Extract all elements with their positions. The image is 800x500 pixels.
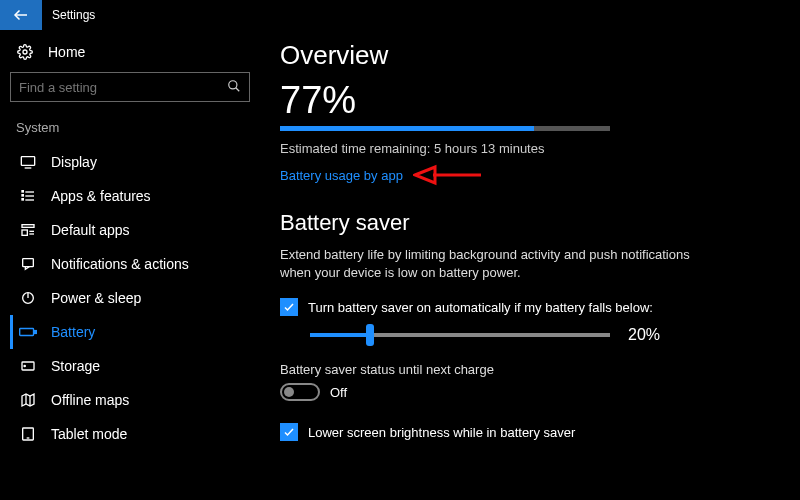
check-icon <box>283 426 295 438</box>
auto-saver-checkbox[interactable] <box>280 298 298 316</box>
map-icon <box>19 392 37 408</box>
search-icon <box>227 79 241 96</box>
slider-fill <box>310 333 370 337</box>
default-apps-icon <box>19 222 37 238</box>
sidebar-home[interactable]: Home <box>10 38 250 72</box>
svg-rect-4 <box>21 157 34 166</box>
svg-rect-12 <box>22 225 34 228</box>
battery-threshold-slider[interactable] <box>310 333 610 337</box>
saver-status-toggle[interactable] <box>280 383 320 401</box>
lower-brightness-checkbox[interactable] <box>280 423 298 441</box>
tablet-icon <box>19 426 37 442</box>
title-bar: Settings <box>0 0 800 30</box>
svg-rect-11 <box>22 199 23 200</box>
battery-bar <box>280 126 610 131</box>
sidebar-item-power-sleep[interactable]: Power & sleep <box>10 281 250 315</box>
battery-usage-link[interactable]: Battery usage by app <box>280 168 403 183</box>
overview-heading: Overview <box>280 40 770 71</box>
svg-rect-9 <box>22 191 23 192</box>
sidebar-item-default-apps[interactable]: Default apps <box>10 213 250 247</box>
svg-point-22 <box>24 365 25 366</box>
sidebar-item-label: Default apps <box>51 222 130 238</box>
sidebar-item-label: Tablet mode <box>51 426 127 442</box>
battery-bar-fill <box>280 126 534 131</box>
battery-saver-heading: Battery saver <box>280 210 770 236</box>
battery-saver-description: Extend battery life by limiting backgrou… <box>280 246 700 282</box>
battery-icon <box>19 324 37 340</box>
saver-status-label: Battery saver status until next charge <box>280 362 770 377</box>
svg-marker-29 <box>415 167 435 183</box>
lower-brightness-label: Lower screen brightness while in battery… <box>308 425 575 440</box>
sidebar-item-label: Battery <box>51 324 95 340</box>
content-pane: Overview 77% Estimated time remaining: 5… <box>260 30 800 500</box>
sidebar-item-display[interactable]: Display <box>10 145 250 179</box>
back-button[interactable] <box>0 0 42 30</box>
svg-marker-23 <box>22 394 34 406</box>
sidebar-home-label: Home <box>48 44 85 60</box>
sidebar-item-offline-maps[interactable]: Offline maps <box>10 383 250 417</box>
sidebar-item-label: Display <box>51 154 97 170</box>
arrow-left-icon <box>12 6 30 24</box>
notification-icon <box>19 256 37 272</box>
gear-icon <box>16 44 34 60</box>
sidebar-item-label: Storage <box>51 358 100 374</box>
app-title: Settings <box>42 8 95 22</box>
sidebar-item-battery[interactable]: Battery <box>10 315 250 349</box>
sidebar-item-label: Offline maps <box>51 392 129 408</box>
sidebar-item-label: Apps & features <box>51 188 151 204</box>
svg-point-2 <box>229 80 237 88</box>
toggle-state-text: Off <box>330 385 347 400</box>
battery-eta: Estimated time remaining: 5 hours 13 min… <box>280 141 770 156</box>
check-icon <box>283 301 295 313</box>
list-icon <box>19 188 37 204</box>
svg-rect-16 <box>23 259 34 267</box>
svg-rect-19 <box>20 329 34 336</box>
sidebar-item-tablet-mode[interactable]: Tablet mode <box>10 417 250 451</box>
sidebar: Home System Display Apps & features Defa… <box>0 30 260 500</box>
sidebar-group-label: System <box>10 116 250 145</box>
sidebar-item-storage[interactable]: Storage <box>10 349 250 383</box>
svg-line-3 <box>236 87 240 91</box>
sidebar-item-label: Power & sleep <box>51 290 141 306</box>
power-icon <box>19 290 37 306</box>
annotation-arrow-icon <box>413 164 483 186</box>
svg-rect-20 <box>34 331 36 334</box>
slider-knob[interactable] <box>366 324 374 346</box>
slider-value: 20% <box>628 326 660 344</box>
search-input[interactable] <box>19 80 227 95</box>
storage-icon <box>19 358 37 374</box>
battery-percent: 77% <box>280 79 770 122</box>
sidebar-item-notifications[interactable]: Notifications & actions <box>10 247 250 281</box>
monitor-icon <box>19 154 37 170</box>
auto-saver-label: Turn battery saver on automatically if m… <box>308 300 653 315</box>
sidebar-item-label: Notifications & actions <box>51 256 189 272</box>
search-box[interactable] <box>10 72 250 102</box>
svg-rect-13 <box>22 230 27 235</box>
svg-point-1 <box>23 50 27 54</box>
toggle-knob <box>284 387 294 397</box>
sidebar-item-apps[interactable]: Apps & features <box>10 179 250 213</box>
svg-rect-10 <box>22 195 23 196</box>
